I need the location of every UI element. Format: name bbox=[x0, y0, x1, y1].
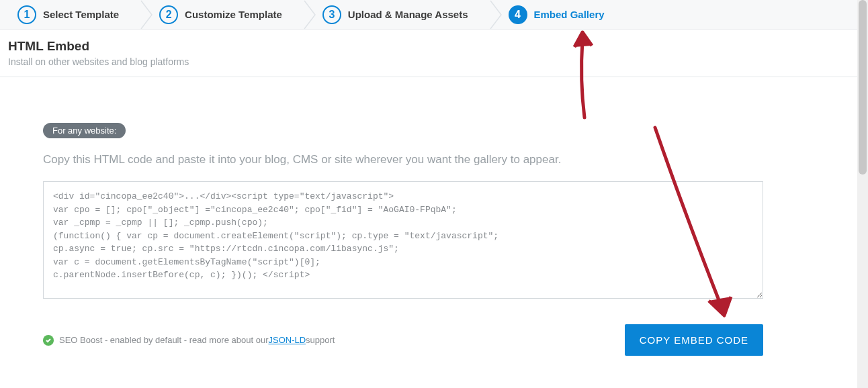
context-badge: For any website: bbox=[43, 123, 126, 138]
scrollbar-thumb[interactable] bbox=[859, 0, 867, 175]
step-number-circle: 1 bbox=[17, 5, 36, 24]
page-header: HTML Embed Install on other websites and… bbox=[0, 30, 868, 77]
step-customize-template[interactable]: 2 Customize Template bbox=[159, 0, 322, 29]
step-number-circle: 4 bbox=[509, 5, 527, 24]
step-embed-gallery[interactable]: 4 Embed Gallery bbox=[509, 0, 645, 29]
seo-text-suffix: support bbox=[306, 335, 335, 345]
chevron-right-icon bbox=[490, 0, 502, 29]
chevron-right-icon bbox=[304, 0, 316, 29]
step-label: Select Template bbox=[43, 9, 119, 20]
chevron-right-icon bbox=[140, 0, 153, 29]
footer-row: SEO Boost - enabled by default - read mo… bbox=[43, 324, 763, 356]
seo-boost-note: SEO Boost - enabled by default - read mo… bbox=[43, 335, 335, 346]
stepper: 1 Select Template 2 Customize Template 3… bbox=[0, 0, 868, 30]
step-label: Upload & Manage Assets bbox=[348, 9, 468, 20]
instruction-text: Copy this HTML code and paste it into yo… bbox=[43, 153, 763, 166]
copy-embed-code-button[interactable]: COPY EMBED CODE bbox=[625, 324, 763, 356]
step-number-circle: 3 bbox=[322, 5, 341, 24]
step-select-template[interactable]: 1 Select Template bbox=[17, 0, 159, 29]
json-ld-link[interactable]: JSON-LD bbox=[268, 335, 306, 345]
page-subtitle: Install on other websites and blog platf… bbox=[8, 56, 860, 67]
check-circle-icon bbox=[43, 335, 54, 346]
page-title: HTML Embed bbox=[8, 39, 860, 54]
step-upload-manage-assets[interactable]: 3 Upload & Manage Assets bbox=[322, 0, 509, 29]
vertical-scrollbar[interactable] bbox=[857, 0, 868, 388]
seo-text-prefix: SEO Boost - enabled by default - read mo… bbox=[59, 335, 268, 345]
step-number-circle: 2 bbox=[159, 5, 178, 24]
content-area: For any website: Copy this HTML code and… bbox=[0, 77, 806, 356]
step-label: Embed Gallery bbox=[534, 9, 605, 20]
step-label: Customize Template bbox=[185, 9, 282, 20]
embed-code-textarea[interactable] bbox=[43, 181, 763, 299]
